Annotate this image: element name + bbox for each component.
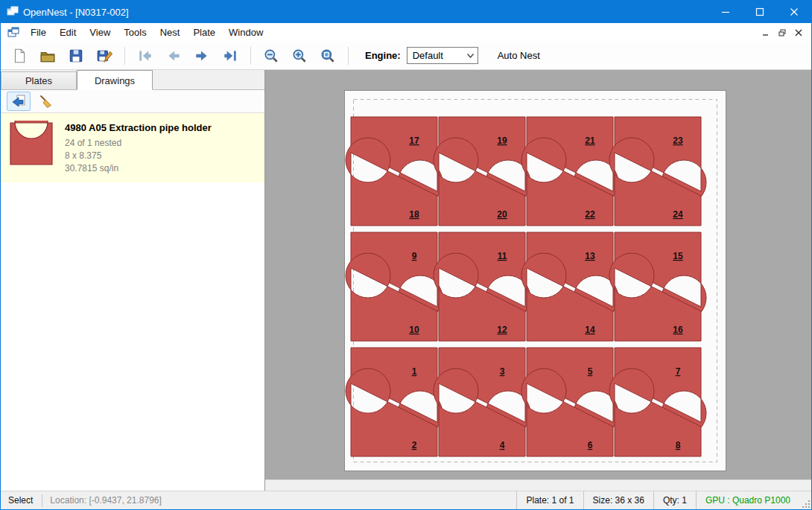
plate-svg[interactable]: 171819202122232491011121314151612345678 [344, 90, 726, 471]
open-button[interactable] [34, 44, 62, 68]
part-shape-icon [9, 121, 54, 167]
part-number: 18 [409, 209, 419, 220]
zoom-out-icon [263, 48, 279, 64]
status-gpu: GPU : Quadro P1000 [696, 491, 799, 509]
back-arrow-icon [11, 94, 26, 109]
next-plate-icon [194, 48, 210, 64]
toolbar-separator [250, 47, 251, 65]
mdi-child-icon[interactable] [7, 27, 19, 39]
app-icon [7, 6, 19, 18]
part-number: 17 [409, 136, 419, 146]
send-to-nest-button[interactable] [7, 92, 31, 111]
next-plate-button[interactable] [188, 44, 216, 68]
save-as-button[interactable] [90, 44, 118, 68]
menu-nest[interactable]: Nest [153, 23, 187, 42]
main-body: Plates Drawings [1, 70, 811, 491]
tab-plates[interactable]: Plates [1, 71, 77, 89]
horizontal-scrollbar[interactable] [265, 479, 811, 491]
zoom-fit-button[interactable] [314, 44, 342, 68]
menubar: File Edit View Tools Nest Plate Window [1, 23, 811, 42]
save-icon [68, 48, 84, 64]
drawings-toolbar [1, 90, 264, 113]
part-number: 15 [673, 251, 683, 261]
menu-edit[interactable]: Edit [53, 23, 83, 42]
last-plate-button[interactable] [216, 44, 244, 68]
zoom-in-icon [291, 48, 308, 64]
first-plate-button[interactable] [131, 44, 159, 68]
status-size: Size: 36 x 36 [583, 491, 653, 509]
statusbar: Select Location: [-0.9437, 21.8796] Plat… [1, 491, 811, 509]
part-number: 12 [497, 325, 507, 335]
nest-canvas[interactable]: 171819202122232491011121314151612345678 [265, 70, 811, 491]
status-location: Location: [-0.9437, 21.8796] [42, 495, 168, 506]
drawing-nested-count: 24 of 1 nested [65, 137, 212, 150]
part-number: 24 [673, 209, 683, 220]
part-number: 23 [673, 136, 683, 146]
last-plate-icon [222, 48, 238, 64]
new-button[interactable] [5, 44, 34, 68]
chevron-down-icon [467, 54, 478, 58]
drawing-title: 4980 A05 Extraction pipe holder [65, 122, 212, 133]
menu-file[interactable]: File [24, 23, 53, 42]
part-number: 5 [588, 366, 593, 377]
part-number: 2 [412, 440, 417, 450]
maximize-button[interactable] [743, 1, 777, 23]
zoom-in-button[interactable] [285, 44, 314, 68]
mdi-close-button[interactable] [790, 25, 807, 40]
part-number: 14 [585, 325, 595, 335]
part-number: 3 [500, 366, 505, 377]
drawing-dimensions: 8 x 8.375 [65, 150, 212, 162]
clear-button[interactable] [34, 92, 57, 111]
part-number: 16 [673, 325, 683, 335]
part-number: 13 [585, 251, 595, 261]
part-number: 11 [498, 251, 507, 261]
previous-plate-button[interactable] [159, 44, 188, 68]
part-number: 19 [497, 136, 507, 146]
toolbar-separator [348, 47, 349, 65]
first-plate-icon [137, 48, 153, 64]
menu-view[interactable]: View [83, 23, 117, 42]
status-mode: Select [1, 495, 42, 506]
part-number: 10 [409, 325, 419, 335]
zoom-fit-icon [320, 48, 336, 64]
window-controls [708, 1, 811, 23]
titlebar: OpenNest - [N0317-002] [1, 1, 811, 23]
minimize-button[interactable] [708, 1, 743, 23]
part-number: 4 [500, 440, 505, 450]
opennest-window: OpenNest - [N0317-002] File Edit View To… [0, 0, 812, 510]
part-number: 1 [412, 366, 417, 377]
menu-plate[interactable]: Plate [186, 23, 222, 42]
menu-tools[interactable]: Tools [117, 23, 153, 42]
mdi-restore-button[interactable] [774, 25, 790, 40]
tabstrip: Plates Drawings [1, 70, 264, 90]
status-qty: Qty: 1 [653, 491, 696, 509]
toolbar-separator [124, 47, 125, 65]
resize-grip[interactable] [799, 491, 811, 509]
drawing-item[interactable]: 4980 A05 Extraction pipe holder 24 of 1 … [1, 113, 264, 182]
drawing-meta: 4980 A05 Extraction pipe holder 24 of 1 … [54, 121, 212, 175]
zoom-out-button[interactable] [257, 44, 285, 68]
menu-window[interactable]: Window [222, 23, 270, 42]
mdi-window-controls [758, 25, 811, 40]
save-as-icon [96, 48, 112, 64]
window-title: OpenNest - [N0317-002] [23, 7, 129, 18]
tab-drawings[interactable]: Drawings [77, 70, 153, 90]
part-number: 8 [676, 440, 681, 450]
broom-icon [38, 94, 53, 109]
part-number: 6 [588, 440, 593, 450]
auto-nest-button[interactable]: Auto Nest [492, 47, 546, 64]
close-button[interactable] [777, 1, 811, 23]
part-number: 22 [585, 209, 595, 220]
drawing-list: 4980 A05 Extraction pipe holder 24 of 1 … [1, 113, 264, 491]
sidebar: Plates Drawings [1, 70, 265, 491]
drawing-area: 30.7815 sq/in [65, 162, 212, 175]
new-document-icon [11, 48, 28, 64]
mdi-minimize-button[interactable] [758, 25, 774, 40]
engine-label: Engine: [365, 50, 401, 61]
engine-value: Default [413, 50, 443, 61]
status-right: Plate: 1 of 1 Size: 36 x 36 Qty: 1 GPU :… [516, 491, 811, 509]
engine-select[interactable]: Default [407, 47, 478, 64]
save-button[interactable] [62, 44, 90, 68]
part-number: 21 [585, 136, 595, 146]
previous-plate-icon [165, 48, 182, 64]
